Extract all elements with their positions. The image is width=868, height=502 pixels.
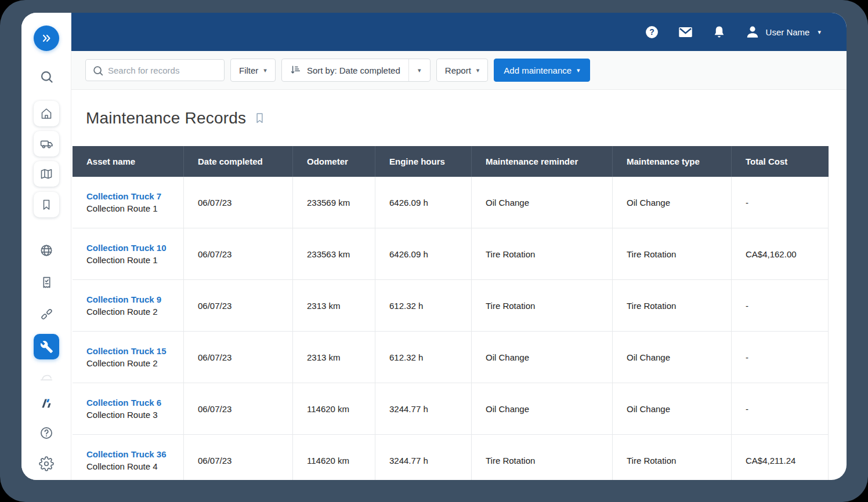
maintenance-reminder-cell: Oil Change [471,177,612,228]
page-title: Maintenance Records [86,109,246,128]
table-row: Collection Truck 6 Collection Route 3 06… [73,383,829,435]
notifications-button[interactable] [712,25,726,39]
sidebar-item-home[interactable] [34,101,59,126]
asset-route: Collection Route 2 [86,307,176,317]
table-header-row: Asset name Date completed Odometer Engin… [73,146,829,177]
asset-link[interactable]: Collection Truck 6 [86,398,176,408]
maintenance-type-cell: Oil Change [612,177,731,228]
engine-hours-cell: 6426.09 h [375,228,471,279]
odometer-cell: 2313 km [292,280,375,331]
add-maintenance-button[interactable]: Add maintenance ▾ [494,59,589,82]
sort-icon [290,64,302,76]
table-row: Collection Truck 15 Collection Route 2 0… [73,332,829,383]
sidebar-expand-button[interactable] [34,26,59,51]
header-maintenance-reminder: Maintenance reminder [471,146,612,177]
maintenance-records-table: Asset name Date completed Odometer Engin… [73,146,829,480]
user-name-label: User Name [766,27,810,37]
maintenance-reminder-cell: Tire Rotation [471,435,612,480]
svg-text:?: ? [649,27,654,37]
sort-button[interactable]: Sort by: Date completed [282,59,409,81]
messages-button[interactable] [678,24,693,40]
maintenance-type-cell: Tire Rotation [612,435,731,480]
odometer-cell: 233569 km [292,177,375,228]
bookmark-icon [39,198,53,212]
asset-cell: Collection Truck 7 Collection Route 1 [73,177,183,228]
globe-icon [39,243,54,258]
caret-down-icon: ▾ [476,67,480,74]
odometer-cell: 114620 km [292,435,375,480]
asset-link[interactable]: Collection Truck 7 [86,191,176,201]
sidebar-item-invoices[interactable] [34,270,59,295]
engine-hours-cell: 3244.77 h [375,383,471,434]
date-completed-cell: 06/07/23 [183,332,292,383]
maintenance-type-cell: Tire Rotation [612,280,731,331]
search-box [85,59,225,81]
maintenance-type-cell: Oil Change [612,383,731,434]
asset-cell: Collection Truck 9 Collection Route 2 [73,280,183,331]
sidebar [21,13,71,480]
sidebar-brand[interactable] [34,390,59,416]
sort-caret-button[interactable]: ▾ [409,59,430,81]
caret-down-icon: ▾ [818,28,821,36]
table-row: Collection Truck 36 Collection Route 4 0… [73,435,829,480]
sort-label: Sort by: Date completed [307,66,400,75]
maintenance-type-cell: Tire Rotation [612,228,731,279]
table-row: Collection Truck 9 Collection Route 2 06… [73,280,829,332]
date-completed-cell: 06/07/23 [183,228,292,279]
table-body: Collection Truck 7 Collection Route 1 06… [73,177,829,480]
sort-split-button: Sort by: Date completed ▾ [281,59,431,82]
settings-gear-icon [39,456,54,471]
sidebar-item-search[interactable] [34,64,59,89]
asset-cell: Collection Truck 6 Collection Route 3 [73,383,183,434]
engine-hours-cell: 3244.77 h [375,435,471,480]
user-menu[interactable]: User Name ▾ [745,24,821,39]
help-button[interactable]: ? [645,25,659,39]
sidebar-item-bookmarks[interactable] [34,192,59,217]
table-row: Collection Truck 10 Collection Route 1 0… [73,228,829,280]
header-asset-name: Asset name [73,146,183,177]
asset-link[interactable]: Collection Truck 9 [86,294,176,304]
total-cost-cell: - [731,332,828,383]
filter-button[interactable]: Filter ▾ [230,59,276,82]
report-button[interactable]: Report ▾ [436,59,489,82]
maintenance-wrench-icon [40,340,53,354]
total-cost-cell: CA$4,211.24 [731,435,828,480]
sidebar-item-map[interactable] [34,161,59,187]
sidebar-item-maintenance[interactable] [34,334,59,359]
date-completed-cell: 06/07/23 [183,280,292,331]
faded-icon [39,369,54,384]
total-cost-cell: - [731,280,828,331]
odometer-cell: 233563 km [292,228,375,279]
brand-logo [39,395,54,410]
map-icon [39,167,53,181]
search-input[interactable] [108,60,222,81]
filter-label: Filter [239,66,258,75]
header-engine-hours: Engine hours [375,146,471,177]
app-window: ? User Name ▾ [21,13,847,480]
sidebar-item-globe[interactable] [34,238,59,263]
invoice-checklist-icon [39,275,54,290]
asset-link[interactable]: Collection Truck 10 [86,243,176,253]
asset-link[interactable]: Collection Truck 15 [86,346,176,356]
total-cost-cell: - [731,177,828,228]
help-circle-icon [39,425,54,441]
sidebar-item-fleet[interactable] [34,131,59,157]
engine-hours-cell: 612.32 h [375,332,471,383]
total-cost-cell: - [731,383,828,434]
bookmark-page-icon[interactable] [254,112,266,124]
caret-down-icon: ▾ [263,67,267,74]
table-row: Collection Truck 7 Collection Route 1 06… [73,177,829,228]
sidebar-item-settings[interactable] [34,451,59,476]
sidebar-item-help[interactable] [34,420,59,446]
header-date-completed: Date completed [183,146,292,177]
add-maintenance-label: Add maintenance [504,66,572,75]
date-completed-cell: 06/07/23 [183,177,292,228]
asset-route: Collection Route 3 [86,410,176,420]
sidebar-item-integrations[interactable] [34,301,59,327]
date-completed-cell: 06/07/23 [183,435,292,480]
odometer-cell: 114620 km [292,383,375,434]
asset-link[interactable]: Collection Truck 36 [86,449,176,459]
titlebar: Maintenance Records [71,90,847,146]
total-cost-cell: CA$4,162.00 [731,228,828,279]
asset-cell: Collection Truck 10 Collection Route 1 [73,228,183,279]
